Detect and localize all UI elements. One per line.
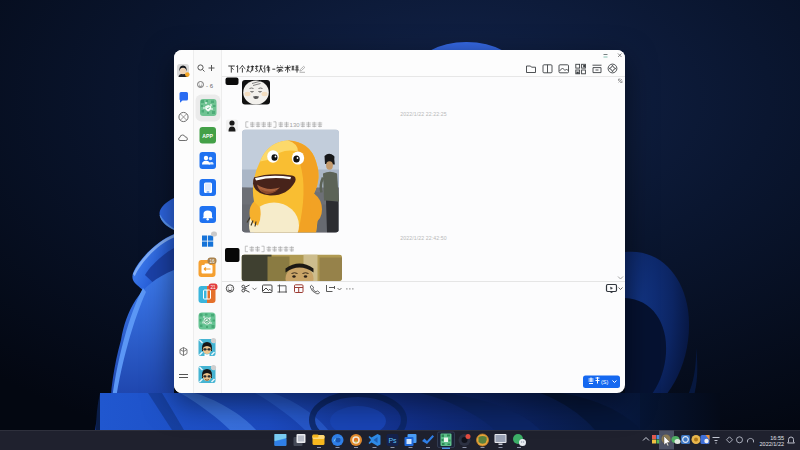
svg-text:16: 16 — [209, 259, 215, 264]
svg-text:21: 21 — [210, 285, 216, 290]
svg-text:2022/1/22: 2022/1/22 — [760, 441, 784, 447]
svg-text:130: 130 — [290, 122, 301, 128]
svg-text:- 6: - 6 — [206, 83, 214, 89]
svg-text:16:55: 16:55 — [770, 435, 784, 441]
svg-text:APP: APP — [202, 133, 213, 139]
svg-text:Ps: Ps — [388, 437, 397, 444]
svg-text:(S): (S) — [601, 379, 609, 385]
